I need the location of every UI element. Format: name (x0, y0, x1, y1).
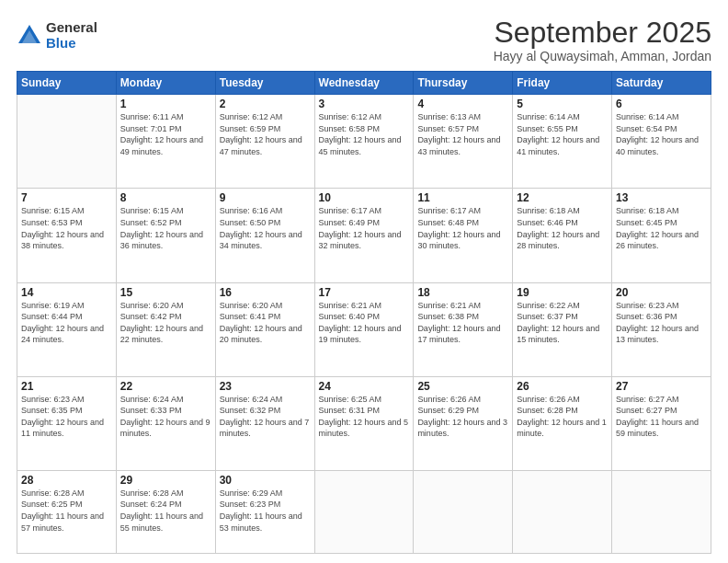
day-info: Sunrise: 6:12 AM Sunset: 6:59 PM Dayligh… (220, 111, 311, 157)
title-block: September 2025 Hayy al Quwaysimah, Amman… (494, 17, 711, 63)
header: General Blue September 2025 Hayy al Quwa… (17, 17, 711, 63)
day-info: Sunrise: 6:19 AM Sunset: 6:44 PM Dayligh… (21, 300, 112, 346)
calendar-header-row: Sunday Monday Tuesday Wednesday Thursday… (17, 72, 711, 95)
day-info: Sunrise: 6:18 AM Sunset: 6:45 PM Dayligh… (616, 205, 707, 251)
day-number: 17 (319, 286, 410, 299)
day-number: 20 (616, 286, 707, 299)
day-number: 12 (517, 191, 608, 204)
logo-blue: Blue (46, 36, 97, 52)
table-row: 2Sunrise: 6:12 AM Sunset: 6:59 PM Daylig… (215, 95, 314, 189)
day-info: Sunrise: 6:27 AM Sunset: 6:27 PM Dayligh… (616, 394, 707, 440)
day-info: Sunrise: 6:15 AM Sunset: 6:52 PM Dayligh… (120, 205, 211, 251)
day-number: 2 (220, 98, 311, 110)
day-number: 30 (220, 474, 311, 487)
day-number: 7 (21, 191, 112, 204)
table-row: 24Sunrise: 6:25 AM Sunset: 6:31 PM Dayli… (314, 376, 414, 470)
day-info: Sunrise: 6:24 AM Sunset: 6:33 PM Dayligh… (120, 394, 211, 440)
logo: General Blue (17, 20, 97, 51)
day-number: 11 (417, 191, 508, 204)
table-row: 15Sunrise: 6:20 AM Sunset: 6:42 PM Dayli… (116, 282, 215, 376)
table-row: 29Sunrise: 6:28 AM Sunset: 6:24 PM Dayli… (116, 470, 215, 553)
day-info: Sunrise: 6:21 AM Sunset: 6:38 PM Dayligh… (417, 300, 508, 346)
day-number: 26 (517, 380, 608, 393)
day-number: 22 (120, 380, 211, 393)
table-row: 28Sunrise: 6:28 AM Sunset: 6:25 PM Dayli… (17, 470, 117, 553)
day-info: Sunrise: 6:25 AM Sunset: 6:31 PM Dayligh… (319, 394, 410, 440)
day-info: Sunrise: 6:14 AM Sunset: 6:55 PM Dayligh… (517, 111, 608, 157)
table-row: 13Sunrise: 6:18 AM Sunset: 6:45 PM Dayli… (612, 189, 711, 282)
table-row: 12Sunrise: 6:18 AM Sunset: 6:46 PM Dayli… (513, 189, 612, 282)
day-info: Sunrise: 6:26 AM Sunset: 6:28 PM Dayligh… (517, 394, 608, 440)
day-number: 4 (417, 98, 508, 110)
day-number: 13 (616, 191, 707, 204)
table-row: 14Sunrise: 6:19 AM Sunset: 6:44 PM Dayli… (17, 282, 117, 376)
table-row: 22Sunrise: 6:24 AM Sunset: 6:33 PM Dayli… (116, 376, 215, 470)
day-number: 28 (21, 474, 112, 487)
table-row: 8Sunrise: 6:15 AM Sunset: 6:52 PM Daylig… (116, 189, 215, 282)
table-row: 3Sunrise: 6:12 AM Sunset: 6:58 PM Daylig… (314, 95, 414, 189)
day-number: 25 (417, 380, 508, 393)
col-friday: Friday (513, 72, 612, 95)
logo-text: General Blue (46, 20, 97, 51)
day-number: 6 (616, 98, 707, 110)
day-info: Sunrise: 6:15 AM Sunset: 6:53 PM Dayligh… (21, 205, 112, 251)
col-thursday: Thursday (414, 72, 513, 95)
table-row: 5Sunrise: 6:14 AM Sunset: 6:55 PM Daylig… (513, 95, 612, 189)
day-info: Sunrise: 6:22 AM Sunset: 6:37 PM Dayligh… (517, 300, 608, 346)
table-row: 9Sunrise: 6:16 AM Sunset: 6:50 PM Daylig… (215, 189, 314, 282)
day-info: Sunrise: 6:16 AM Sunset: 6:50 PM Dayligh… (220, 205, 311, 251)
day-info: Sunrise: 6:26 AM Sunset: 6:29 PM Dayligh… (417, 394, 508, 440)
col-wednesday: Wednesday (314, 72, 414, 95)
day-number: 15 (120, 286, 211, 299)
day-number: 9 (220, 191, 311, 204)
day-number: 29 (120, 474, 211, 487)
day-info: Sunrise: 6:28 AM Sunset: 6:24 PM Dayligh… (120, 488, 211, 534)
col-sunday: Sunday (17, 72, 117, 95)
table-row: 25Sunrise: 6:26 AM Sunset: 6:29 PM Dayli… (414, 376, 513, 470)
table-row: 1Sunrise: 6:11 AM Sunset: 7:01 PM Daylig… (116, 95, 215, 189)
page: General Blue September 2025 Hayy al Quwa… (0, 0, 728, 563)
day-info: Sunrise: 6:29 AM Sunset: 6:23 PM Dayligh… (220, 488, 311, 534)
table-row: 23Sunrise: 6:24 AM Sunset: 6:32 PM Dayli… (215, 376, 314, 470)
day-info: Sunrise: 6:20 AM Sunset: 6:41 PM Dayligh… (220, 300, 311, 346)
day-number: 27 (616, 380, 707, 393)
logo-general: General (46, 20, 97, 36)
day-info: Sunrise: 6:24 AM Sunset: 6:32 PM Dayligh… (220, 394, 311, 440)
table-row (17, 95, 117, 189)
day-info: Sunrise: 6:12 AM Sunset: 6:58 PM Dayligh… (319, 111, 410, 157)
day-number: 10 (319, 191, 410, 204)
table-row: 19Sunrise: 6:22 AM Sunset: 6:37 PM Dayli… (513, 282, 612, 376)
table-row: 17Sunrise: 6:21 AM Sunset: 6:40 PM Dayli… (314, 282, 414, 376)
table-row: 30Sunrise: 6:29 AM Sunset: 6:23 PM Dayli… (215, 470, 314, 553)
table-row: 16Sunrise: 6:20 AM Sunset: 6:41 PM Dayli… (215, 282, 314, 376)
day-number: 8 (120, 191, 211, 204)
day-info: Sunrise: 6:23 AM Sunset: 6:35 PM Dayligh… (21, 394, 112, 440)
table-row (513, 470, 612, 553)
day-number: 23 (220, 380, 311, 393)
table-row: 20Sunrise: 6:23 AM Sunset: 6:36 PM Dayli… (612, 282, 711, 376)
day-info: Sunrise: 6:17 AM Sunset: 6:49 PM Dayligh… (319, 205, 410, 251)
day-info: Sunrise: 6:18 AM Sunset: 6:46 PM Dayligh… (517, 205, 608, 251)
day-number: 21 (21, 380, 112, 393)
table-row: 7Sunrise: 6:15 AM Sunset: 6:53 PM Daylig… (17, 189, 117, 282)
day-info: Sunrise: 6:11 AM Sunset: 7:01 PM Dayligh… (120, 111, 211, 157)
day-number: 24 (319, 380, 410, 393)
day-info: Sunrise: 6:13 AM Sunset: 6:57 PM Dayligh… (417, 111, 508, 157)
col-monday: Monday (116, 72, 215, 95)
day-number: 19 (517, 286, 608, 299)
day-info: Sunrise: 6:14 AM Sunset: 6:54 PM Dayligh… (616, 111, 707, 157)
day-info: Sunrise: 6:17 AM Sunset: 6:48 PM Dayligh… (417, 205, 508, 251)
logo-icon (17, 23, 42, 49)
day-number: 5 (517, 98, 608, 110)
day-number: 16 (220, 286, 311, 299)
calendar-table: Sunday Monday Tuesday Wednesday Thursday… (17, 71, 711, 554)
day-number: 1 (120, 98, 211, 110)
month-title: September 2025 (494, 17, 711, 49)
table-row (414, 470, 513, 553)
table-row: 11Sunrise: 6:17 AM Sunset: 6:48 PM Dayli… (414, 189, 513, 282)
col-tuesday: Tuesday (215, 72, 314, 95)
day-number: 18 (417, 286, 508, 299)
table-row: 4Sunrise: 6:13 AM Sunset: 6:57 PM Daylig… (414, 95, 513, 189)
table-row: 10Sunrise: 6:17 AM Sunset: 6:49 PM Dayli… (314, 189, 414, 282)
table-row: 6Sunrise: 6:14 AM Sunset: 6:54 PM Daylig… (612, 95, 711, 189)
